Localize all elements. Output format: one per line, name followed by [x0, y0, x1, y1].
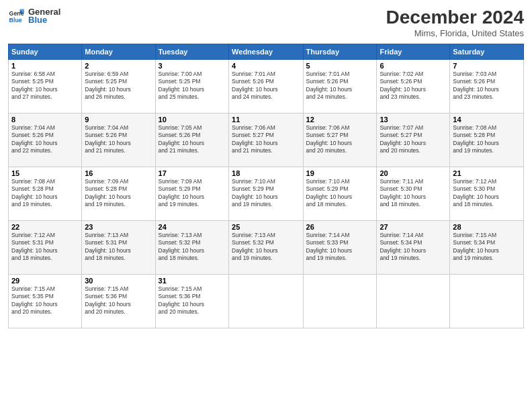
day-cell: 11Sunrise: 7:06 AM Sunset: 5:27 PM Dayli… [229, 113, 303, 167]
day-cell: 18Sunrise: 7:10 AM Sunset: 5:29 PM Dayli… [229, 167, 303, 221]
day-cell: 20Sunrise: 7:11 AM Sunset: 5:30 PM Dayli… [377, 167, 450, 221]
col-tuesday: Tuesday [155, 44, 228, 60]
title-block: December 2024 Mims, Florida, United Stat… [386, 7, 524, 38]
day-cell: 7Sunrise: 7:03 AM Sunset: 5:26 PM Daylig… [450, 60, 524, 113]
day-cell [377, 275, 450, 328]
day-cell: 15Sunrise: 7:08 AM Sunset: 5:28 PM Dayli… [9, 167, 82, 221]
month-title: December 2024 [386, 7, 524, 28]
header: General Blue General Blue December 2024 … [8, 7, 524, 38]
day-cell: 22Sunrise: 7:12 AM Sunset: 5:31 PM Dayli… [9, 221, 82, 275]
day-cell [450, 275, 524, 328]
logo-line2: Blue [28, 15, 60, 25]
day-cell: 23Sunrise: 7:13 AM Sunset: 5:31 PM Dayli… [82, 221, 155, 275]
week-row-4: 22Sunrise: 7:12 AM Sunset: 5:31 PM Dayli… [9, 221, 524, 275]
col-thursday: Thursday [303, 44, 377, 60]
day-cell: 27Sunrise: 7:14 AM Sunset: 5:34 PM Dayli… [377, 221, 450, 275]
day-cell: 26Sunrise: 7:14 AM Sunset: 5:33 PM Dayli… [303, 221, 377, 275]
day-cell: 6Sunrise: 7:02 AM Sunset: 5:26 PM Daylig… [377, 60, 450, 113]
day-cell: 31Sunrise: 7:15 AM Sunset: 5:36 PM Dayli… [155, 275, 228, 328]
day-cell: 12Sunrise: 7:06 AM Sunset: 5:27 PM Dayli… [303, 113, 377, 167]
day-cell: 29Sunrise: 7:15 AM Sunset: 5:35 PM Dayli… [9, 275, 82, 328]
header-row: Sunday Monday Tuesday Wednesday Thursday… [9, 44, 524, 60]
col-wednesday: Wednesday [229, 44, 303, 60]
location: Mims, Florida, United States [386, 28, 524, 38]
week-row-2: 8Sunrise: 7:04 AM Sunset: 5:26 PM Daylig… [9, 113, 524, 167]
day-cell: 3Sunrise: 7:00 AM Sunset: 5:25 PM Daylig… [155, 60, 228, 113]
day-cell: 1Sunrise: 6:58 AM Sunset: 5:25 PM Daylig… [9, 60, 82, 113]
day-cell: 16Sunrise: 7:09 AM Sunset: 5:28 PM Dayli… [82, 167, 155, 221]
day-cell: 9Sunrise: 7:04 AM Sunset: 5:26 PM Daylig… [82, 113, 155, 167]
day-cell [229, 275, 303, 328]
logo-icon: General Blue [8, 8, 24, 24]
logo: General Blue General Blue [8, 7, 60, 25]
day-cell: 8Sunrise: 7:04 AM Sunset: 5:26 PM Daylig… [9, 113, 82, 167]
day-cell: 25Sunrise: 7:13 AM Sunset: 5:32 PM Dayli… [229, 221, 303, 275]
week-row-5: 29Sunrise: 7:15 AM Sunset: 5:35 PM Dayli… [9, 275, 524, 328]
day-cell: 14Sunrise: 7:08 AM Sunset: 5:28 PM Dayli… [450, 113, 524, 167]
col-sunday: Sunday [9, 44, 82, 60]
day-cell: 28Sunrise: 7:15 AM Sunset: 5:34 PM Dayli… [450, 221, 524, 275]
day-cell: 5Sunrise: 7:01 AM Sunset: 5:26 PM Daylig… [303, 60, 377, 113]
week-row-1: 1Sunrise: 6:58 AM Sunset: 5:25 PM Daylig… [9, 60, 524, 113]
day-cell: 19Sunrise: 7:10 AM Sunset: 5:29 PM Dayli… [303, 167, 377, 221]
calendar: Sunday Monday Tuesday Wednesday Thursday… [8, 44, 524, 328]
col-friday: Friday [377, 44, 450, 60]
page-container: General Blue General Blue December 2024 … [0, 0, 532, 411]
day-cell: 13Sunrise: 7:07 AM Sunset: 5:27 PM Dayli… [377, 113, 450, 167]
day-cell: 10Sunrise: 7:05 AM Sunset: 5:26 PM Dayli… [155, 113, 228, 167]
day-cell: 24Sunrise: 7:13 AM Sunset: 5:32 PM Dayli… [155, 221, 228, 275]
day-cell: 2Sunrise: 6:59 AM Sunset: 5:25 PM Daylig… [82, 60, 155, 113]
day-cell [303, 275, 377, 328]
svg-text:Blue: Blue [9, 16, 22, 23]
col-saturday: Saturday [450, 44, 524, 60]
week-row-3: 15Sunrise: 7:08 AM Sunset: 5:28 PM Dayli… [9, 167, 524, 221]
day-cell: 21Sunrise: 7:12 AM Sunset: 5:30 PM Dayli… [450, 167, 524, 221]
day-cell: 17Sunrise: 7:09 AM Sunset: 5:29 PM Dayli… [155, 167, 228, 221]
day-cell: 30Sunrise: 7:15 AM Sunset: 5:36 PM Dayli… [82, 275, 155, 328]
day-cell: 4Sunrise: 7:01 AM Sunset: 5:26 PM Daylig… [229, 60, 303, 113]
col-monday: Monday [82, 44, 155, 60]
